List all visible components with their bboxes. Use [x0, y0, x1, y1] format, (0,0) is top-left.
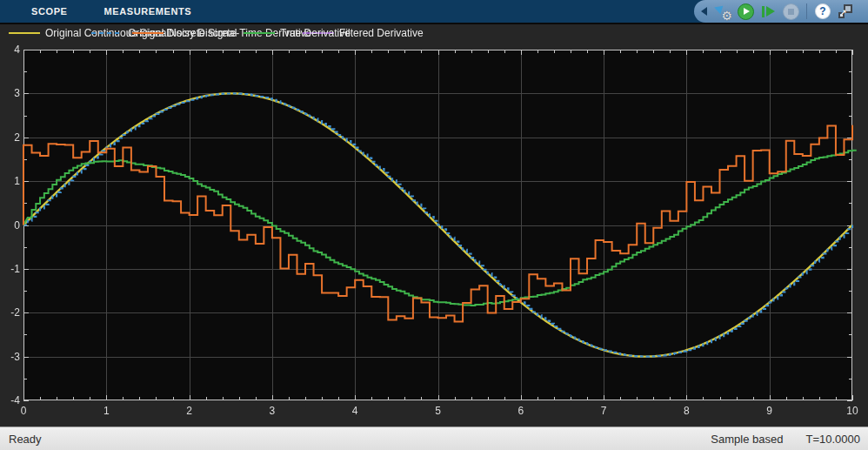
tab-group: SCOPE MEASUREMENTS: [31, 0, 191, 23]
gear-with-arrow-icon: ⚙: [714, 3, 731, 20]
x-axis-tick-label: 1: [103, 405, 110, 417]
step-forward-icon: [762, 6, 765, 17]
simulation-settings-button[interactable]: ⚙: [713, 2, 732, 21]
toolstrip-tabbar: SCOPE MEASUREMENTS ⚙ ?: [0, 0, 868, 24]
y-axis-tick-label: -4: [0, 394, 20, 406]
legend-line-swatch: [9, 32, 40, 34]
highlight-block-button[interactable]: ↗: [836, 2, 855, 21]
signal-legend: Original Continuous SignalOriginal Discr…: [0, 24, 868, 42]
run-button[interactable]: [736, 2, 755, 21]
status-ready-text: Ready: [9, 433, 42, 446]
legend-label: Filtered Derivative: [339, 27, 424, 39]
x-axis-tick-label: 5: [435, 405, 441, 417]
tab-scope[interactable]: SCOPE: [31, 6, 68, 17]
run-icon: [738, 3, 754, 20]
y-axis-tick-label: 2: [0, 131, 20, 144]
y-axis-tick-label: 0: [0, 219, 20, 232]
scope-plot-canvas: [0, 24, 868, 426]
help-button[interactable]: ?: [813, 2, 832, 21]
collapse-toolstrip-icon[interactable]: [701, 7, 707, 16]
y-axis-tick-label: 3: [0, 87, 20, 99]
legend-line-swatch: [132, 32, 164, 34]
x-axis-tick-label: 0: [21, 405, 27, 417]
x-axis-tick-label: 6: [517, 405, 524, 417]
scope-window: SCOPE MEASUREMENTS ⚙ ?: [0, 0, 868, 450]
stop-icon: [783, 3, 799, 20]
undock-window-icon: ↗: [838, 4, 852, 18]
y-axis-tick-label: -3: [0, 351, 20, 363]
status-bar: Ready Sample based T=10.0000: [0, 426, 868, 450]
legend-item[interactable]: True Derivative: [244, 24, 351, 42]
x-axis-tick-label: 9: [766, 405, 772, 417]
stop-button: [781, 2, 800, 21]
x-axis-tick-label: 4: [352, 405, 358, 417]
legend-label: True Derivative: [280, 27, 351, 39]
scope-display-area: Original Continuous SignalOriginal Discr…: [0, 24, 868, 426]
legend-line-swatch: [91, 32, 123, 34]
simulation-toolstrip: ⚙ ? ↗: [694, 0, 868, 23]
y-axis-tick-label: -2: [0, 306, 20, 319]
x-axis-tick-label: 7: [601, 405, 607, 417]
x-axis-tick-label: 2: [186, 405, 192, 417]
x-axis-tick-label: 3: [270, 405, 276, 417]
y-axis-tick-label: 1: [0, 175, 20, 187]
status-right-group: Sample based T=10.0000: [711, 433, 860, 446]
toolbar-separator: [806, 3, 807, 19]
status-sim-time: T=10.0000: [805, 433, 860, 446]
x-axis-tick-label: 10: [846, 405, 858, 417]
y-axis-tick-label: 4: [0, 44, 20, 56]
x-axis-tick-label: 8: [684, 405, 690, 417]
help-icon: ?: [815, 3, 831, 19]
status-sample-mode: Sample based: [711, 433, 783, 446]
tab-measurements[interactable]: MEASUREMENTS: [104, 6, 192, 17]
legend-line-swatch: [244, 32, 275, 34]
step-forward-button[interactable]: [758, 2, 778, 21]
y-axis-tick-label: -1: [0, 263, 20, 275]
